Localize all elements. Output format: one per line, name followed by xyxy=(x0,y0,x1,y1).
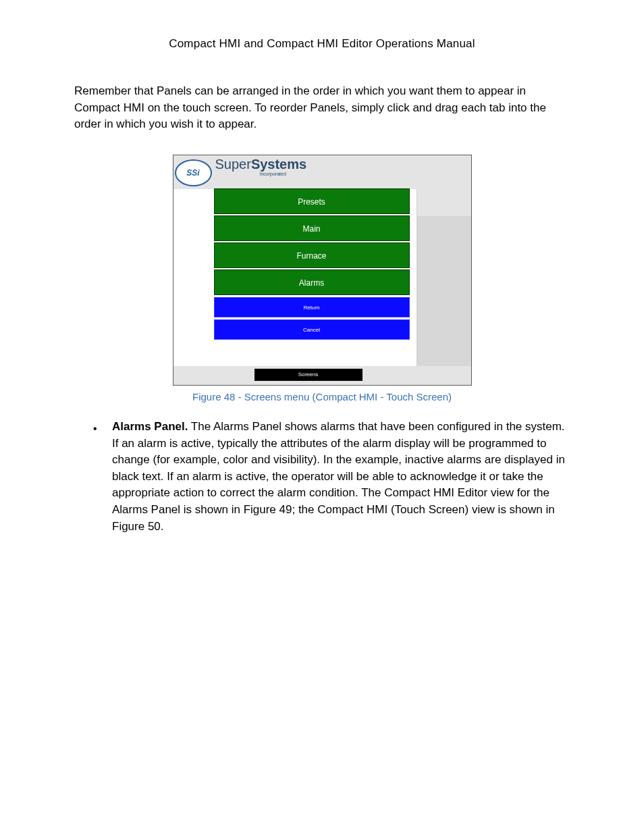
return-button[interactable]: Return xyxy=(214,297,410,317)
figure-caption: Figure 48 - Screens menu (Compact HMI - … xyxy=(74,391,570,402)
bullet-text: Alarms Panel. The Alarms Panel shows ala… xyxy=(112,419,570,535)
bullet-icon: • xyxy=(93,419,112,535)
bullet-lead: Alarms Panel. xyxy=(112,420,188,433)
intro-paragraph: Remember that Panels can be arranged in … xyxy=(74,83,570,133)
figure-48: SSi SuperSystems Incorporated Presets Ma… xyxy=(173,155,472,386)
screens-button[interactable]: Screens xyxy=(254,369,363,381)
page-header: Compact HMI and Compact HMI Editor Opera… xyxy=(74,37,570,51)
furnace-button[interactable]: Furnace xyxy=(214,242,410,268)
bullet-rest: The Alarms Panel shows alarms that have … xyxy=(112,420,565,533)
brand-subtext: Incorporated xyxy=(260,172,286,176)
screenshot: SSi SuperSystems Incorporated Presets Ma… xyxy=(173,155,472,386)
cancel-button[interactable]: Cancel xyxy=(214,319,410,340)
alarms-panel-bullet: • Alarms Panel. The Alarms Panel shows a… xyxy=(93,419,570,535)
gray-side-band xyxy=(416,216,471,366)
alarms-button[interactable]: Alarms xyxy=(214,269,410,295)
brand-prefix: Super xyxy=(215,157,251,172)
main-button[interactable]: Main xyxy=(214,215,410,241)
ssi-logo: SSi xyxy=(175,159,212,186)
brand-text: SuperSystems xyxy=(215,157,307,172)
brand-bold: Systems xyxy=(251,157,306,172)
presets-button[interactable]: Presets xyxy=(214,188,410,214)
